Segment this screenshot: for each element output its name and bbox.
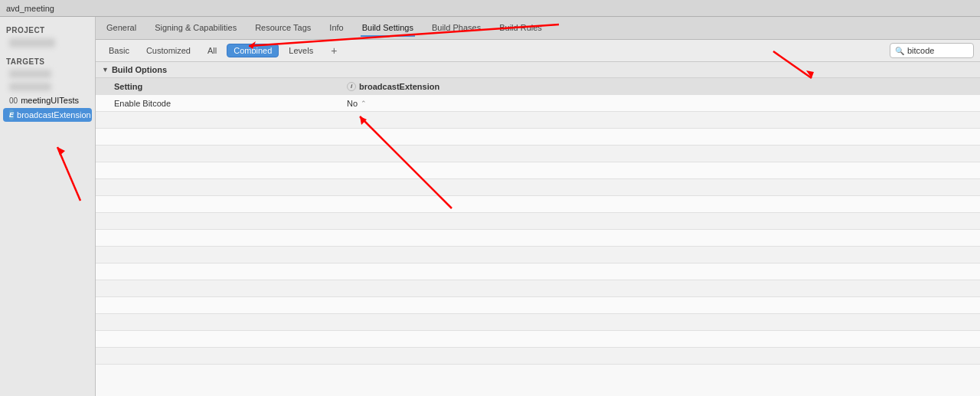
empty-row-2	[96, 129, 980, 146]
tab-info[interactable]: Info	[328, 20, 345, 37]
sidebar-item-broadcastExtension[interactable]: E broadcastExtension	[3, 108, 92, 122]
sidebar-item-label-meetingUITests: meetingUITests	[21, 96, 79, 105]
col-header-target-label: broadcastExtension	[359, 82, 439, 91]
col-header-setting: Setting	[96, 80, 341, 93]
empty-row-1	[96, 112, 980, 129]
empty-row-4	[96, 162, 980, 179]
build-options-section-header[interactable]: ▼ Build Options	[96, 62, 980, 78]
subtab-all[interactable]: All	[201, 44, 224, 57]
tab-build-rules[interactable]: Build Rules	[498, 20, 544, 37]
subtab-combined[interactable]: Combined	[227, 44, 279, 57]
sidebar: PROJECT TARGETS 00 meetingUITests E broa…	[0, 17, 96, 396]
tab-resource-tags[interactable]: Resource Tags	[253, 20, 312, 37]
empty-row-3	[96, 146, 980, 162]
empty-row-10	[96, 263, 980, 280]
tab-build-settings[interactable]: Build Settings	[361, 20, 415, 37]
sub-tabs-bar: Basic Customized All Combined Levels + 🔍	[96, 40, 980, 62]
col-header-target: i broadcastExtension	[341, 80, 980, 93]
tab-general[interactable]: General	[105, 20, 138, 37]
targets-section-label: TARGETS	[0, 54, 95, 67]
content-area: General Signing & Capabilities Resource …	[96, 17, 980, 396]
setting-name-enable-bitcode: Enable Bitcode	[96, 97, 341, 110]
target-info-icon: i	[347, 82, 356, 91]
section-title: Build Options	[112, 65, 167, 74]
empty-row-14	[96, 331, 980, 348]
add-tab-button[interactable]: +	[326, 44, 341, 57]
target-prefix: 00	[9, 97, 18, 105]
empty-row-7	[96, 213, 980, 230]
subtab-levels[interactable]: Levels	[282, 44, 320, 57]
sidebar-item-label-broadcast: broadcastExtension	[17, 110, 91, 119]
search-box: 🔍	[890, 43, 974, 58]
empty-row-13	[96, 314, 980, 331]
empty-row-12	[96, 297, 980, 314]
settings-header-row: Setting i broadcastExtension	[96, 78, 980, 95]
extension-icon: E	[9, 110, 14, 120]
stepper-icon[interactable]: ⌃	[361, 100, 367, 107]
main-layout: PROJECT TARGETS 00 meetingUITests E broa…	[0, 17, 980, 396]
project-section-label: PROJECT	[0, 23, 95, 36]
empty-row-15	[96, 348, 980, 365]
build-settings-content: ▼ Build Options Setting i broadcastExten…	[96, 62, 980, 396]
empty-row-6	[96, 196, 980, 213]
tab-build-phases[interactable]: Build Phases	[430, 20, 482, 37]
empty-row-8	[96, 230, 980, 247]
subtab-basic[interactable]: Basic	[102, 44, 136, 57]
empty-row-9	[96, 247, 980, 263]
empty-row-11	[96, 280, 980, 297]
sidebar-item-target1[interactable]	[3, 68, 92, 80]
tab-signing[interactable]: Signing & Capabilities	[153, 20, 238, 37]
setting-value-enable-bitcode: No ⌃	[341, 97, 980, 110]
sidebar-item-meetingUITests[interactable]: 00 meetingUITests	[3, 94, 92, 106]
title-bar: avd_meeting	[0, 0, 980, 17]
sidebar-item-project[interactable]	[3, 37, 92, 49]
window-title: avd_meeting	[6, 4, 54, 13]
sidebar-item-target2[interactable]	[3, 81, 92, 93]
table-row: Enable Bitcode No ⌃	[96, 95, 980, 112]
empty-row-5	[96, 179, 980, 196]
section-chevron-icon: ▼	[102, 66, 109, 74]
search-input[interactable]	[907, 46, 969, 55]
subtab-customized[interactable]: Customized	[139, 44, 198, 57]
enable-bitcode-value: No	[347, 99, 358, 108]
top-tabs-bar: General Signing & Capabilities Resource …	[96, 17, 980, 40]
search-icon: 🔍	[895, 47, 904, 55]
